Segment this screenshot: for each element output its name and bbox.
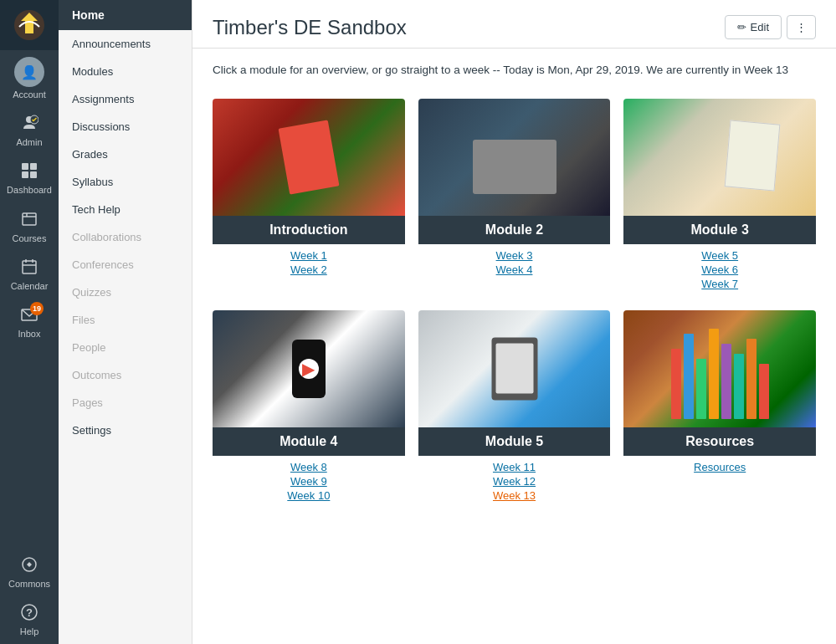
module-2[interactable]: Module 2 Week 3 Week 4	[418, 99, 611, 290]
module-resources-image	[623, 310, 816, 427]
cnav-assignments[interactable]: Assignments	[59, 85, 192, 113]
cnav-home[interactable]: Home	[59, 0, 192, 30]
course-navigation: Home Announcements Modules Assignments D…	[59, 0, 192, 644]
admin-icon	[20, 114, 38, 135]
cnav-discussions[interactable]: Discussions	[59, 113, 192, 141]
module-5-label: Module 5	[418, 427, 611, 456]
module-5[interactable]: Module 5 Week 11 Week 12 Week 13	[418, 310, 611, 502]
gnav-help-label: Help	[20, 626, 39, 637]
cnav-modules[interactable]: Modules	[59, 58, 192, 85]
cnav-people: People	[59, 334, 192, 361]
cnav-settings[interactable]: Settings	[59, 417, 192, 444]
module-intro[interactable]: Introduction Week 1 Week 2	[213, 99, 405, 290]
week4-link[interactable]: Week 4	[496, 263, 533, 276]
module-resources-links: Resources	[694, 461, 746, 473]
module-5-image	[418, 310, 611, 427]
resources-link[interactable]: Resources	[694, 461, 746, 473]
cnav-pages: Pages	[59, 389, 192, 417]
books-shelf-decoration	[623, 310, 816, 427]
help-icon: ?	[20, 603, 38, 624]
main-content: Timber's DE Sandbox ✏ Edit ⋮ Click a mod…	[192, 0, 836, 644]
cnav-quizzes: Quizzes	[59, 279, 192, 306]
week9-link[interactable]: Week 9	[290, 475, 327, 488]
module-3-links: Week 5 Week 6 Week 7	[701, 249, 738, 290]
user-avatar: 👤	[14, 57, 44, 87]
module-intro-links: Week 1 Week 2	[290, 249, 327, 276]
module-intro-image	[213, 99, 405, 216]
svg-rect-7	[23, 213, 36, 225]
module-5-links: Week 11 Week 12 Week 13	[493, 461, 536, 502]
week6-link[interactable]: Week 6	[701, 263, 738, 276]
modules-grid: Introduction Week 1 Week 2 Module 2 Week…	[213, 99, 816, 502]
week11-link[interactable]: Week 11	[493, 461, 536, 473]
week13-link[interactable]: Week 13	[493, 489, 536, 502]
gnav-admin-label: Admin	[16, 137, 42, 148]
keyboard-decoration	[477, 148, 552, 190]
cnav-outcomes: Outcomes	[59, 361, 192, 389]
module-2-image	[418, 99, 611, 216]
week12-link[interactable]: Week 12	[493, 475, 536, 488]
svg-rect-3	[22, 163, 28, 170]
module-3-label: Module 3	[623, 216, 816, 244]
gnav-dashboard[interactable]: Dashboard	[0, 155, 59, 202]
phone-decoration	[292, 340, 326, 398]
calendar-icon	[20, 258, 38, 279]
module-4-image	[213, 310, 405, 427]
module-4-label: Module 4	[213, 427, 405, 456]
module-intro-label: Introduction	[213, 216, 405, 244]
pencil-icon: ✏	[737, 21, 746, 33]
inbox-badge-container: 19	[20, 305, 38, 326]
gnav-commons[interactable]: Commons	[0, 549, 59, 596]
week2-link[interactable]: Week 2	[290, 263, 327, 276]
module-3[interactable]: Module 3 Week 5 Week 6 Week 7	[623, 99, 816, 290]
ereader-decoration	[491, 338, 537, 401]
gnav-courses-label: Courses	[13, 233, 47, 244]
header-actions: ✏ Edit ⋮	[725, 15, 816, 39]
page-header: Timber's DE Sandbox ✏ Edit ⋮	[192, 0, 836, 49]
gnav-inbox-label: Inbox	[18, 329, 41, 340]
more-options-button[interactable]: ⋮	[787, 15, 816, 39]
dashboard-icon	[20, 161, 38, 182]
cnav-collaborations: Collaborations	[59, 223, 192, 251]
info-text: Click a module for an overview, or go st…	[213, 62, 816, 79]
gnav-inbox[interactable]: 19 Inbox	[0, 299, 59, 346]
module-resources-label: Resources	[623, 427, 816, 456]
modules-row-2: Module 4 Week 8 Week 9 Week 10 Module 5 …	[213, 310, 816, 502]
modules-row-1: Introduction Week 1 Week 2 Module 2 Week…	[213, 99, 816, 290]
svg-text:?: ?	[26, 606, 33, 619]
week3-link[interactable]: Week 3	[496, 249, 533, 262]
gnav-calendar[interactable]: Calendar	[0, 251, 59, 299]
week8-link[interactable]: Week 8	[290, 461, 327, 473]
week5-link[interactable]: Week 5	[701, 249, 738, 262]
week1-link[interactable]: Week 1	[290, 249, 327, 262]
cnav-files: Files	[59, 306, 192, 334]
inbox-badge-count: 19	[30, 302, 44, 315]
module-4-links: Week 8 Week 9 Week 10	[287, 461, 330, 502]
edit-button[interactable]: ✏ Edit	[725, 15, 782, 39]
gnav-courses[interactable]: Courses	[0, 203, 59, 251]
module-3-image	[623, 99, 816, 216]
page-title: Timber's DE Sandbox	[213, 16, 407, 39]
main-body: Click a module for an overview, or go st…	[192, 49, 836, 515]
cnav-syllabus[interactable]: Syllabus	[59, 168, 192, 196]
cnav-announcements[interactable]: Announcements	[59, 30, 192, 58]
commons-icon	[20, 555, 38, 576]
module-4[interactable]: Module 4 Week 8 Week 9 Week 10	[213, 310, 405, 502]
svg-rect-5	[22, 171, 28, 178]
week10-link[interactable]: Week 10	[287, 489, 330, 502]
cnav-techhelp[interactable]: Tech Help	[59, 196, 192, 223]
cnav-grades[interactable]: Grades	[59, 141, 192, 168]
canvas-logo[interactable]	[0, 0, 59, 50]
module-2-links: Week 3 Week 4	[496, 249, 533, 276]
svg-rect-4	[30, 163, 37, 170]
book-decoration	[278, 120, 339, 195]
week7-link[interactable]: Week 7	[701, 278, 738, 290]
cnav-conferences: Conferences	[59, 251, 192, 279]
gnav-help[interactable]: ? Help	[0, 596, 59, 644]
gnav-dashboard-label: Dashboard	[7, 185, 52, 196]
module-resources[interactable]: Resources Resources	[623, 310, 816, 502]
gnav-account[interactable]: 👤 Account	[0, 50, 59, 107]
svg-rect-6	[30, 171, 37, 178]
gnav-admin[interactable]: Admin	[0, 107, 59, 155]
writing-decoration	[725, 120, 781, 192]
